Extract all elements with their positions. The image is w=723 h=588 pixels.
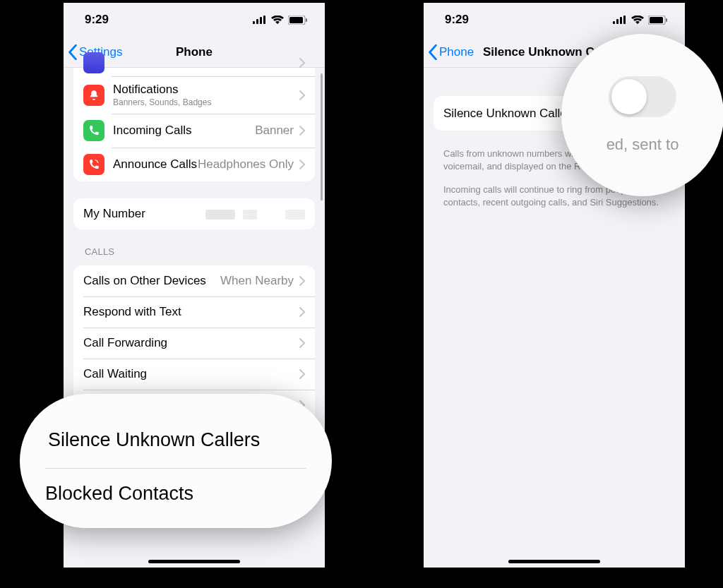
my-number-value-redacted xyxy=(205,208,305,220)
svg-rect-8 xyxy=(616,19,619,24)
row-call-forwarding[interactable]: Call Forwarding xyxy=(73,328,315,359)
announce-calls-label: Announce Calls xyxy=(113,157,198,172)
scroll-indicator[interactable] xyxy=(321,73,323,200)
home-indicator[interactable] xyxy=(508,560,600,563)
chevron-right-icon xyxy=(299,126,305,136)
chevron-right-icon xyxy=(299,90,305,100)
section-header-calls: CALLS xyxy=(85,246,304,257)
phone-incoming-icon xyxy=(83,120,104,141)
chevron-right-icon xyxy=(299,58,305,68)
cellular-signal-icon xyxy=(613,16,627,24)
incoming-calls-label: Incoming Calls xyxy=(113,124,255,138)
svg-rect-13 xyxy=(666,18,667,22)
phone-announce-icon xyxy=(83,154,104,175)
status-bar: 9:29 xyxy=(64,3,325,37)
notifications-label: Notifications xyxy=(113,83,299,97)
svg-rect-3 xyxy=(263,16,265,24)
callout-silence-row: Silence Unknown Callers Blocked Contacts xyxy=(20,394,332,528)
chevron-right-icon xyxy=(299,276,305,286)
callout-line-2: Blocked Contacts xyxy=(45,469,306,505)
announce-calls-value: Headphones Only xyxy=(198,157,294,172)
status-icons xyxy=(253,16,308,25)
callout-caption: ed, sent to xyxy=(599,136,686,154)
wifi-icon xyxy=(271,16,284,24)
svg-rect-6 xyxy=(306,18,307,22)
row-call-waiting[interactable]: Call Waiting xyxy=(73,359,315,390)
row-my-number[interactable]: My Number xyxy=(73,198,315,229)
row-respond-with-text[interactable]: Respond with Text xyxy=(73,296,315,328)
notifications-sublabel: Banners, Sounds, Badges xyxy=(113,97,299,107)
group-my-number: My Number xyxy=(73,198,315,229)
svg-rect-9 xyxy=(620,17,622,24)
chevron-right-icon xyxy=(299,160,305,169)
svg-rect-5 xyxy=(289,17,303,23)
row-notifications[interactable]: Notifications Banners, Sounds, Badges xyxy=(73,76,315,114)
status-time: 9:29 xyxy=(445,13,469,27)
battery-icon xyxy=(648,16,668,25)
callout-toggle-switch xyxy=(609,76,676,117)
generic-app-icon xyxy=(83,52,104,73)
battery-icon xyxy=(288,16,308,25)
home-indicator[interactable] xyxy=(148,560,240,563)
back-label: Phone xyxy=(439,45,474,59)
callout-toggle: ed, sent to xyxy=(561,34,723,196)
row-calls-other-devices[interactable]: Calls on Other Devices When Nearby xyxy=(73,265,315,296)
group-phone-top: Notifications Banners, Sounds, Badges In… xyxy=(73,52,315,181)
wifi-icon xyxy=(631,16,644,24)
incoming-calls-value: Banner xyxy=(255,124,294,138)
svg-rect-10 xyxy=(623,16,626,24)
chevron-right-icon xyxy=(299,338,305,348)
status-time: 9:29 xyxy=(85,13,109,27)
chevron-right-icon xyxy=(299,369,305,379)
svg-rect-12 xyxy=(650,17,663,23)
svg-rect-7 xyxy=(613,21,615,24)
row-announce-calls[interactable]: Announce Calls Headphones Only xyxy=(73,148,315,181)
bell-icon xyxy=(83,85,104,106)
cellular-signal-icon xyxy=(253,16,267,24)
svg-rect-2 xyxy=(260,17,262,24)
chevron-right-icon xyxy=(299,307,305,317)
row-incoming-calls[interactable]: Incoming Calls Banner xyxy=(73,114,315,148)
row-cut-top[interactable] xyxy=(73,52,315,76)
back-button[interactable]: Phone xyxy=(428,44,474,60)
svg-rect-1 xyxy=(256,19,258,24)
svg-rect-0 xyxy=(253,21,255,24)
my-number-label: My Number xyxy=(83,207,205,221)
status-icons xyxy=(613,16,668,25)
callout-line-1: Silence Unknown Callers xyxy=(45,419,306,469)
status-bar: 9:29 xyxy=(424,3,685,37)
